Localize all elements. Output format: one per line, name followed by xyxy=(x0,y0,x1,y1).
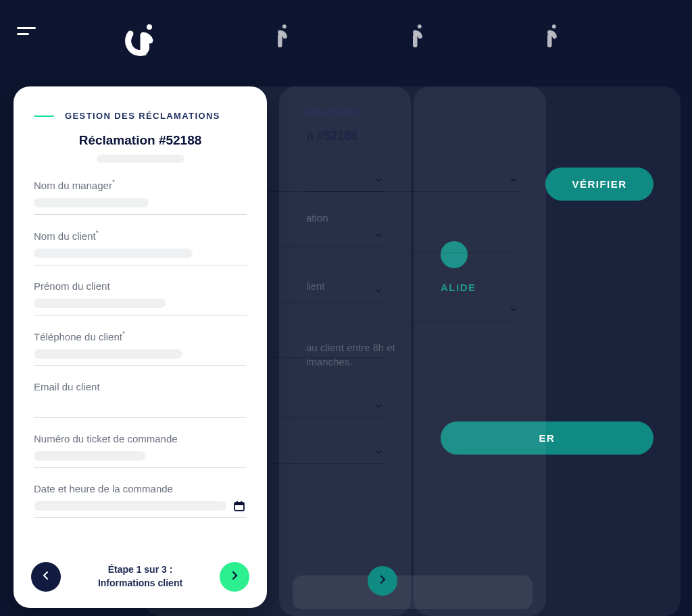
form-field: Prénom du client xyxy=(34,280,247,315)
value-placeholder xyxy=(34,451,145,461)
verify-button[interactable]: VÉRIFIER xyxy=(545,168,653,201)
chevron-right-icon xyxy=(377,574,388,588)
chevron-right-icon xyxy=(229,570,240,584)
field-label: Numéro du ticket de commande xyxy=(34,433,247,444)
input-wrap[interactable] xyxy=(34,198,247,215)
next-button[interactable] xyxy=(220,562,249,592)
chevron-left-icon xyxy=(41,570,51,584)
field-label: Email du client xyxy=(34,381,247,392)
chevron-down-icon xyxy=(374,174,382,182)
chevron-down-icon xyxy=(510,304,518,312)
field-label: Téléphone du client* xyxy=(34,330,247,342)
form-field: Téléphone du client* xyxy=(34,330,247,366)
chevron-down-icon xyxy=(374,285,382,293)
main-form-card: GESTION DES RÉCLAMATIONS Réclamation #52… xyxy=(14,86,267,608)
form-field: Numéro du ticket de commande xyxy=(34,433,247,468)
svg-point-0 xyxy=(147,24,152,30)
svg-point-3 xyxy=(282,24,286,28)
chevron-down-icon xyxy=(374,230,382,238)
text-input[interactable] xyxy=(34,399,247,417)
logo xyxy=(122,20,159,60)
value-placeholder xyxy=(34,501,226,511)
form-field: Date et heure de la commande xyxy=(34,483,247,518)
chevron-down-icon xyxy=(374,401,382,409)
field-label: Nom du manager* xyxy=(34,179,247,191)
value-placeholder xyxy=(34,249,193,258)
calendar-icon[interactable] xyxy=(233,500,245,512)
input-wrap[interactable] xyxy=(34,451,247,468)
back-button[interactable] xyxy=(31,562,61,592)
value-placeholder xyxy=(34,198,149,207)
input-wrap[interactable] xyxy=(34,349,247,366)
input-wrap[interactable] xyxy=(34,299,247,315)
section-accent-dash xyxy=(34,116,54,117)
value-placeholder xyxy=(34,349,182,359)
logo-icon xyxy=(264,22,291,51)
form-field: Nom du client* xyxy=(34,230,247,265)
input-wrap[interactable] xyxy=(34,249,247,265)
section-title: GESTION DES RÉCLAMATIONS xyxy=(65,111,220,121)
next-button[interactable] xyxy=(368,566,397,596)
chevron-down-icon xyxy=(510,174,518,182)
svg-rect-5 xyxy=(234,503,244,505)
claim-title: Réclamation #52188 xyxy=(34,133,247,148)
field-label: Nom du client* xyxy=(34,230,247,242)
step-text: Étape 1 sur 3 : Informations client xyxy=(98,563,182,590)
subtitle-placeholder xyxy=(97,155,184,163)
form-field: Nom du manager* xyxy=(34,179,247,215)
form-field: Email du client xyxy=(34,381,247,418)
svg-point-2 xyxy=(417,24,421,28)
field-label: Prénom du client xyxy=(34,280,247,292)
svg-point-1 xyxy=(551,24,555,28)
field-label: Date et heure de la commande xyxy=(34,483,247,494)
chevron-down-icon xyxy=(374,446,382,455)
input-wrap[interactable] xyxy=(34,399,247,418)
input-wrap[interactable] xyxy=(34,501,247,518)
value-placeholder xyxy=(34,299,166,308)
menu-button[interactable] xyxy=(17,27,36,35)
